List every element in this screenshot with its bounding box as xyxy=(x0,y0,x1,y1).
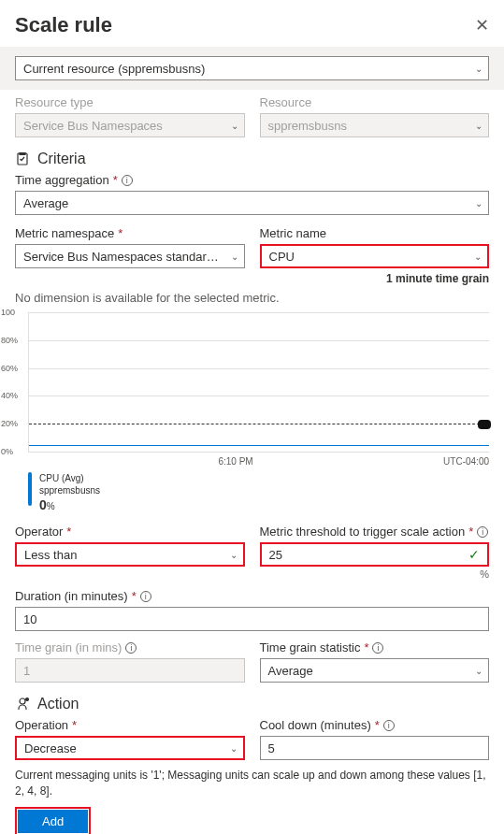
metric-namespace-select[interactable]: Service Bus Namespaces standard me... ⌄ xyxy=(15,244,245,268)
y-tick: 40% xyxy=(1,391,18,400)
threshold-unit: % xyxy=(260,568,490,580)
series-line xyxy=(29,445,489,446)
operator-select[interactable]: Less than ⌄ xyxy=(15,542,245,567)
chart-tz: UTC-04:00 xyxy=(443,456,489,467)
y-tick: 80% xyxy=(1,336,18,345)
resource-select: sppremsbusns ⌄ xyxy=(260,113,490,137)
panel-title: Scale rule xyxy=(15,13,112,37)
info-icon[interactable]: i xyxy=(122,175,133,186)
cooldown-label: Cool down (minutes) * i xyxy=(260,718,490,732)
add-button-highlight: Add xyxy=(15,807,91,834)
checkmark-icon: ✓ xyxy=(468,547,480,562)
info-icon[interactable]: i xyxy=(477,526,488,538)
resource-type-select: Service Bus Namespaces ⌄ xyxy=(15,113,245,137)
time-grain-statistic-label: Time grain statistic * i xyxy=(260,640,490,654)
info-icon[interactable]: i xyxy=(125,642,137,654)
legend-series-name: CPU (Avg) xyxy=(39,472,100,484)
svg-point-2 xyxy=(26,698,29,701)
action-heading: Action xyxy=(37,696,79,712)
metric-name-select[interactable]: CPU ⌄ xyxy=(260,244,490,268)
cooldown-input[interactable]: 5 xyxy=(260,736,490,760)
time-aggregation-label: Time aggregation * i xyxy=(15,173,489,187)
operator-label: Operator * xyxy=(15,525,245,539)
svg-point-1 xyxy=(20,698,25,704)
chart-legend: CPU (Avg) sppremsbusns 0% xyxy=(28,472,489,513)
chevron-down-icon: ⌄ xyxy=(475,121,482,131)
y-tick: 100 xyxy=(1,308,15,317)
close-icon[interactable]: ✕ xyxy=(475,15,489,36)
chevron-down-icon: ⌄ xyxy=(475,64,482,74)
resource-type-label: Resource type xyxy=(15,95,245,109)
operation-label: Operation * xyxy=(15,718,245,732)
time-aggregation-select[interactable]: Average ⌄ xyxy=(15,191,489,215)
info-icon[interactable]: i xyxy=(383,720,395,731)
y-tick: 60% xyxy=(1,364,18,373)
legend-color-swatch xyxy=(28,472,32,506)
resource-label: Resource xyxy=(260,95,490,109)
time-grain-statistic-select[interactable]: Average ⌄ xyxy=(260,658,490,683)
chevron-down-icon: ⌄ xyxy=(230,743,238,754)
x-tick: 6:10 PM xyxy=(218,456,252,467)
y-tick: 20% xyxy=(1,419,18,428)
info-icon[interactable]: i xyxy=(140,591,151,602)
metric-namespace-label: Metric namespace * xyxy=(15,226,245,240)
duration-label: Duration (in minutes) * i xyxy=(15,589,489,603)
criteria-icon xyxy=(15,151,30,166)
legend-series-resource: sppremsbusns xyxy=(39,484,100,496)
y-tick: 0% xyxy=(1,447,13,456)
helper-text: Current messaging units is '1'; Messagin… xyxy=(15,768,489,799)
chevron-down-icon: ⌄ xyxy=(231,252,238,262)
info-icon[interactable]: i xyxy=(372,642,383,654)
metric-name-label: Metric name xyxy=(260,226,490,240)
resource-scope-value: Current resource (sppremsbusns) xyxy=(23,62,205,76)
resource-scope-select[interactable]: Current resource (sppremsbusns) ⌄ xyxy=(15,56,489,80)
duration-input[interactable]: 10 xyxy=(15,607,489,631)
legend-current-value: 0 xyxy=(39,497,47,512)
chart-current-marker xyxy=(478,420,491,429)
threshold-input[interactable]: 25 ✓ xyxy=(260,542,490,567)
chevron-down-icon: ⌄ xyxy=(475,198,482,208)
chevron-down-icon: ⌄ xyxy=(474,252,482,262)
operation-select[interactable]: Decrease ⌄ xyxy=(15,736,245,760)
add-button[interactable]: Add xyxy=(18,810,88,833)
threshold-label: Metric threshold to trigger scale action… xyxy=(260,525,490,539)
action-icon xyxy=(15,697,30,712)
no-dimension-text: No dimension is available for the select… xyxy=(15,291,489,305)
criteria-heading: Criteria xyxy=(37,151,86,167)
metric-chart: 100 80% 60% 40% 20% 0% xyxy=(28,312,489,453)
chevron-down-icon: ⌄ xyxy=(231,121,238,131)
time-grain-input: 1 xyxy=(15,658,245,683)
time-grain-label: Time grain (in mins) i xyxy=(15,640,245,654)
time-grain-note: 1 minute time grain xyxy=(260,272,490,285)
chevron-down-icon: ⌄ xyxy=(475,666,482,676)
chevron-down-icon: ⌄ xyxy=(230,550,238,560)
